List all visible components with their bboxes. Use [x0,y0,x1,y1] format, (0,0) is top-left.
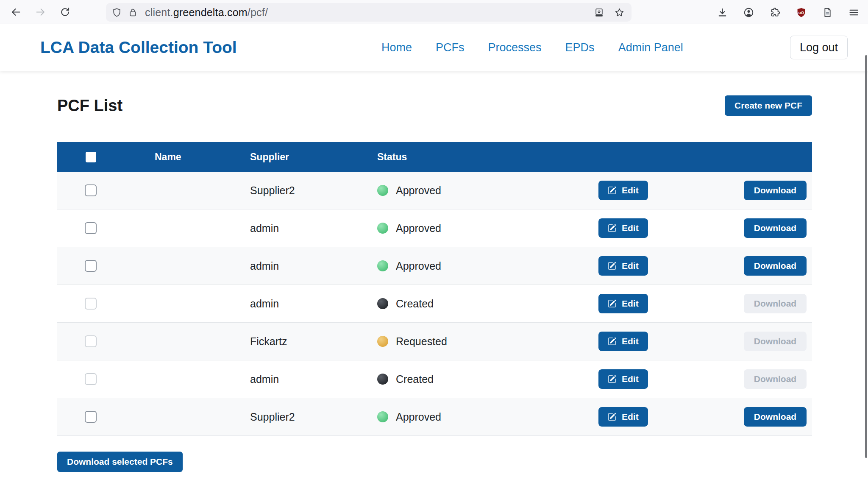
edit-icon [608,186,616,195]
cell-status: Created [362,373,589,385]
status-dot [377,185,388,196]
account-button[interactable] [739,3,758,22]
ublock-button[interactable]: uO [791,3,811,22]
edit-button-label: Edit [622,412,639,422]
row-checkbox [85,373,97,385]
url-path: /pcf/ [248,6,268,18]
page-title: PCF List [57,97,122,115]
logout-button[interactable]: Log out [790,36,848,59]
app-header: LCA Data Collection Tool Home PCFs Proce… [0,24,868,71]
column-header-supplier: Supplier [235,151,362,163]
status-label: Created [396,373,434,385]
hamburger-icon [848,7,860,18]
row-checkbox[interactable] [85,222,97,234]
edit-icon [608,224,616,232]
table-row: Fickartz Requested Edit Download [57,323,812,360]
browser-toolbar: client.greendelta.com/pcf/ uO [0,0,868,24]
cell-status: Approved [362,260,589,272]
edit-button-label: Edit [622,336,639,346]
download-button[interactable]: Download [744,256,807,276]
row-checkbox[interactable] [85,260,97,272]
row-checkbox [85,298,97,310]
cell-status: Requested [362,335,589,348]
extensions-button[interactable] [765,3,785,22]
status-label: Approved [396,222,441,234]
toolbar-right-icons: uO [712,3,863,22]
status-dot [377,374,388,385]
svg-text:uO: uO [798,10,804,14]
edit-icon [608,375,616,383]
nav-pcfs[interactable]: PCFs [436,41,465,54]
nav-processes[interactable]: Processes [488,41,542,54]
row-checkbox[interactable] [85,184,97,196]
downloads-button[interactable] [712,3,732,22]
edit-button[interactable]: Edit [598,181,648,200]
edit-button[interactable]: Edit [598,369,648,389]
cell-supplier: Supplier2 [235,184,362,197]
download-button: Download [744,294,807,313]
table-body: Supplier2 Approved Edit Download admin A… [57,172,812,436]
row-checkbox [85,335,97,347]
edit-button-label: Edit [622,299,639,309]
download-button: Download [744,332,807,351]
status-dot [377,336,388,347]
back-button[interactable] [6,2,25,22]
menu-button[interactable] [844,3,863,22]
scrollbar-thumb[interactable] [865,55,867,458]
status-label: Approved [396,260,441,272]
nav-epds[interactable]: EPDs [565,41,595,54]
edit-button-label: Edit [622,261,639,271]
edit-button-label: Edit [622,185,639,195]
downloads-icon [717,7,728,18]
column-header-status: Status [362,151,589,163]
bookmark-star-icon[interactable] [613,6,626,19]
tracking-shield-icon[interactable] [110,6,123,19]
status-dot [377,223,388,234]
download-selected-button[interactable]: Download selected PCFs [57,452,183,472]
nav-home[interactable]: Home [381,41,412,54]
status-label: Created [396,298,434,310]
edit-button[interactable]: Edit [598,294,648,313]
save-page-icon[interactable] [593,6,605,19]
edit-icon [608,337,616,346]
back-icon [10,6,22,18]
main-nav: Home PCFs Processes EPDs Admin Panel [381,41,683,54]
edit-icon [608,262,616,270]
edit-icon [608,299,616,308]
cell-supplier: admin [235,222,362,234]
status-label: Approved [396,411,441,423]
edit-button[interactable]: Edit [598,218,648,238]
forward-button[interactable] [31,2,50,22]
download-button[interactable]: Download [744,407,807,427]
table-row: admin Approved Edit Download [57,209,812,247]
ublock-shield-icon: uO [796,7,807,18]
table-header: Name Supplier Status [57,142,812,172]
account-icon [743,7,754,18]
create-pcf-button[interactable]: Create new PCF [725,95,812,116]
url-subdomain: client. [145,6,173,18]
reload-button[interactable] [55,2,75,22]
reader-page-button[interactable] [818,3,837,22]
nav-admin-panel[interactable]: Admin Panel [618,41,683,54]
lock-icon[interactable] [126,6,139,19]
url-text: client.greendelta.com/pcf/ [145,6,268,19]
status-dot [377,298,388,309]
forward-icon [35,6,46,18]
download-button: Download [744,369,807,389]
edit-button[interactable]: Edit [598,407,648,427]
status-label: Approved [396,184,441,197]
download-button[interactable]: Download [744,218,807,238]
reload-icon [59,6,71,18]
edit-button[interactable]: Edit [598,332,648,351]
main-content: PCF List Create new PCF Name Supplier St… [0,95,868,472]
table-row: admin Approved Edit Download [57,247,812,285]
edit-icon [608,413,616,421]
select-all-checkbox[interactable] [86,152,96,162]
row-checkbox[interactable] [85,411,97,423]
url-bar[interactable]: client.greendelta.com/pcf/ [106,3,632,22]
app-title[interactable]: LCA Data Collection Tool [40,38,237,57]
url-domain: greendelta.com [173,6,248,18]
edit-button[interactable]: Edit [598,256,648,276]
download-button[interactable]: Download [744,181,807,200]
cell-status: Created [362,298,589,310]
